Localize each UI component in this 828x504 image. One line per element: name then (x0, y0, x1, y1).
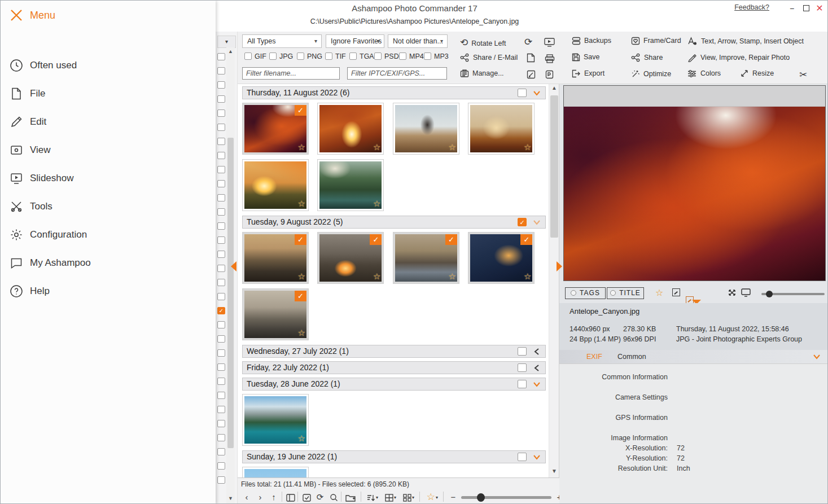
share-email-button[interactable]: Share / E-Mail (460, 53, 518, 62)
backups-button[interactable]: Backups (572, 37, 611, 45)
sidebar-item-file[interactable]: File (1, 80, 216, 108)
strip-checkbox[interactable] (217, 81, 225, 89)
selection-check-badge[interactable]: ✓ (295, 105, 306, 116)
strip-checkbox[interactable] (217, 420, 225, 427)
forward-icon[interactable]: › (255, 491, 266, 503)
favorite-star-icon[interactable]: ☆ (655, 287, 663, 298)
strip-scrollbar[interactable]: ▲ ▼ (226, 47, 235, 504)
photo-thumbnail-milan-cathedral[interactable]: ✓☆ (317, 232, 384, 284)
favorite-star-icon[interactable]: ☆ (373, 142, 380, 152)
selection-check-badge[interactable]: ✓ (520, 234, 532, 245)
title-toggle[interactable]: TITLE (607, 287, 644, 299)
photo-thumbnail-antelope-canyon[interactable]: ✓☆ (242, 103, 309, 155)
strip-checkbox[interactable] (217, 194, 225, 201)
maximize-button[interactable] (800, 3, 812, 14)
format-checkbox-png[interactable]: PNG (297, 52, 322, 60)
preview-zoom-slider[interactable] (761, 293, 825, 295)
monitor-icon[interactable] (741, 288, 751, 299)
optimize-button[interactable]: Optimize (631, 69, 671, 78)
tab-common[interactable]: Common (617, 350, 646, 364)
format-checkbox-gif[interactable]: GIF (244, 52, 266, 60)
sidebar-item-view[interactable]: View (1, 136, 216, 164)
chevron-down-icon[interactable] (812, 352, 822, 362)
strip-checkbox[interactable] (217, 363, 225, 371)
group-select-checkbox[interactable] (518, 380, 527, 388)
photo-thumbnail-hiker-rocks[interactable]: ☆ (393, 103, 459, 155)
exif-section-common[interactable]: Common Information (559, 372, 668, 382)
view-repair-button[interactable]: View, Improve, Repair Photo (687, 53, 790, 62)
close-menu-icon[interactable] (9, 8, 24, 23)
tags-toggle[interactable]: TAGS (565, 287, 606, 299)
fit-expand-icon[interactable] (728, 288, 737, 299)
sort-icon[interactable]: ▾ (365, 491, 380, 503)
selection-check-badge[interactable]: ✓ (445, 234, 457, 245)
photo-thumbnail-arch-sunburst[interactable]: ☆ (317, 103, 384, 155)
group-header-tuesday-9-august[interactable]: Tuesday, 9 August 2022 (5) ✓ (242, 216, 546, 229)
scrollbar-thumb[interactable] (550, 95, 558, 238)
photo-thumbnail-florence-bridge[interactable]: ✓☆ (393, 232, 459, 284)
favorite-star-icon[interactable]: ☆ (298, 142, 305, 152)
format-checkbox-mp3[interactable]: MP3 (424, 52, 449, 60)
favorite-star-icon[interactable]: ☆ (524, 142, 531, 152)
grid-view-icon[interactable]: ▾ (383, 491, 398, 503)
chevron-left-icon[interactable] (532, 347, 542, 357)
feedback-link[interactable]: Feedback? (734, 3, 769, 11)
favorite-star-icon[interactable]: ☆ (298, 271, 305, 282)
rotate-right-icon[interactable]: ⟳ (524, 36, 532, 48)
strip-checkbox[interactable] (217, 95, 225, 103)
favorite-star-icon[interactable]: ☆ (298, 433, 305, 444)
favorite-star-icon[interactable]: ☆ (298, 199, 305, 209)
strip-checkbox[interactable] (217, 236, 225, 244)
favorite-star-icon[interactable]: ☆ (298, 328, 305, 338)
strip-checkbox[interactable] (217, 462, 225, 470)
strip-checkbox[interactable] (217, 67, 225, 74)
preview-image-antelope-canyon[interactable] (564, 107, 825, 281)
sidebar-item-tools[interactable]: Tools (1, 192, 216, 221)
thumbnail-zoom-slider[interactable] (461, 496, 551, 499)
slideshow-icon[interactable] (544, 37, 555, 47)
selection-check-badge[interactable]: ✓ (295, 234, 306, 245)
search-icon[interactable] (328, 491, 339, 503)
group-header-thursday-11-august[interactable]: Thursday, 11 August 2022 (6) (242, 86, 546, 99)
group-select-checkbox[interactable] (518, 453, 527, 461)
expand-right-handle[interactable] (557, 261, 562, 271)
tab-exif[interactable]: EXIF (586, 350, 602, 364)
strip-checkbox[interactable] (217, 321, 225, 328)
photo-thumbnail-venice-gondolas[interactable]: ✓☆ (242, 232, 309, 284)
photo-thumbnail-forest-lake[interactable]: ☆ (317, 159, 384, 211)
back-icon[interactable]: ‹ (241, 491, 252, 503)
group-select-checkbox[interactable] (518, 347, 527, 356)
selection-check-badge[interactable]: ✓ (295, 291, 306, 301)
collapse-left-handle[interactable] (231, 261, 236, 271)
photo-thumbnail-manarola-night[interactable]: ✓☆ (468, 232, 535, 284)
colors-button[interactable]: Colors (687, 69, 721, 78)
strip-checkbox[interactable] (217, 124, 225, 131)
scroll-down-icon[interactable]: ▼ (226, 496, 235, 503)
selection-check-badge[interactable]: ✓ (370, 234, 382, 245)
strip-checkbox[interactable] (217, 109, 225, 117)
strip-checkbox[interactable] (217, 434, 225, 441)
thumbnail-view-icon[interactable]: ▾ (401, 491, 417, 503)
scroll-up-icon[interactable]: ▲ (226, 49, 235, 56)
export-button[interactable]: Export (572, 69, 604, 78)
format-checkbox-psd[interactable]: PSD (374, 52, 399, 60)
favorite-star-icon[interactable]: ☆ (373, 199, 380, 209)
scroll-up-icon[interactable]: ▲ (549, 85, 559, 94)
sidebar-item-often-used[interactable]: Often used (1, 51, 216, 80)
strip-checkbox[interactable] (217, 138, 225, 145)
chevron-down-icon[interactable] (532, 88, 542, 98)
color-label-black-icon[interactable] (672, 288, 680, 296)
sidebar-item-configuration[interactable]: Configuration (1, 221, 216, 249)
filename-filter-input[interactable] (242, 67, 340, 80)
photo-thumbnail-venice-canal[interactable]: ✓☆ (242, 288, 309, 340)
format-checkbox-tga[interactable]: TGA (349, 52, 374, 60)
crop-scissors-icon[interactable]: ✂ (799, 69, 807, 81)
strip-checkbox[interactable] (217, 392, 225, 399)
file-type-dropdown[interactable]: All Types▾ (242, 34, 322, 48)
chevron-down-icon[interactable] (532, 217, 542, 227)
strip-checkbox[interactable] (217, 222, 225, 230)
zoom-out-button[interactable]: − (448, 491, 459, 503)
strip-dropdown[interactable]: ▾ (217, 36, 236, 48)
age-filter-dropdown[interactable]: Not older than...▾ (388, 34, 448, 48)
edit-note-icon[interactable] (527, 69, 536, 79)
